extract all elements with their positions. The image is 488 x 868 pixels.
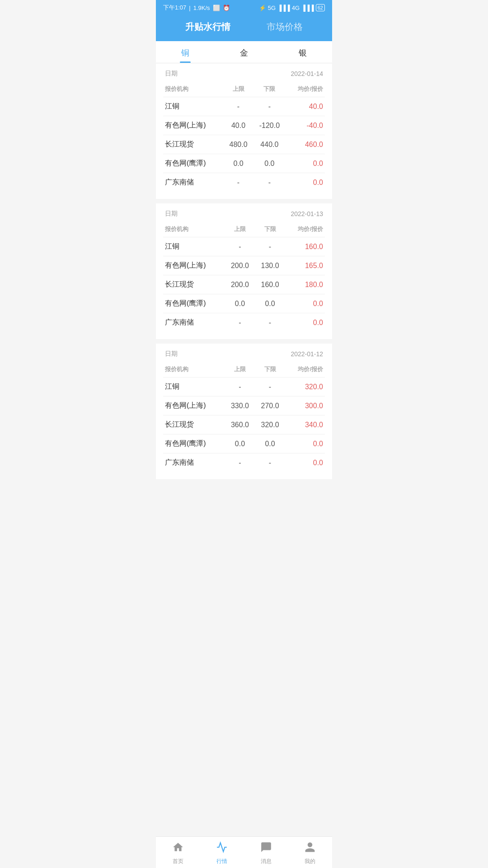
institution-1-4: 广东南储 [163, 313, 225, 332]
col-header-avgPrice-2: 均价/报价 [285, 363, 325, 377]
avg-2-4: 0.0 [285, 453, 325, 472]
battery-icon: 62 [316, 4, 325, 11]
avg-1-3: 0.0 [285, 294, 325, 313]
avg-1-4: 0.0 [285, 313, 325, 332]
date-label-2: 日期 [165, 350, 178, 358]
lower-0-3: 0.0 [253, 154, 286, 173]
table-row: 江铜--320.0 [163, 377, 325, 396]
avg-1-1: 165.0 [285, 256, 325, 275]
data-table-1: 报价机构上限下限均价/报价江铜--160.0有色网(上海)200.0130.01… [163, 222, 325, 332]
alarm-icon: ⏰ [223, 5, 230, 11]
date-section-2: 日期2022-01-12报价机构上限下限均价/报价江铜--320.0有色网(上海… [156, 344, 332, 479]
table-row: 有色网(鹰潭)0.00.00.0 [163, 294, 325, 313]
bluetooth-icon: ⚡ [259, 5, 266, 11]
institution-1-3: 有色网(鹰潭) [163, 294, 225, 313]
tab-gold[interactable]: 金 [215, 41, 273, 63]
avg-2-3: 0.0 [285, 434, 325, 453]
table-row: 有色网(上海)330.0270.0300.0 [163, 396, 325, 415]
table-row: 长江现货200.0160.0180.0 [163, 275, 325, 294]
lower-1-3: 0.0 [255, 294, 285, 313]
date-section-0: 日期2022-01-14报价机构上限下限均价/报价江铜--40.0有色网(上海)… [156, 63, 332, 199]
upper-2-1: 330.0 [225, 396, 255, 415]
time: 下午1:07 [163, 4, 186, 12]
table-row: 广东南储--0.0 [163, 173, 325, 192]
5g-label: 5G [268, 5, 276, 11]
upper-2-0: - [225, 377, 255, 396]
col-header-lowerLimit-1: 下限 [255, 222, 285, 237]
lower-1-1: 130.0 [255, 256, 285, 275]
upper-0-1: 40.0 [224, 116, 253, 135]
upper-0-3: 0.0 [224, 154, 253, 173]
institution-0-2: 长江现货 [163, 135, 224, 154]
institution-2-4: 广东南储 [163, 453, 225, 472]
upper-2-3: 0.0 [225, 434, 255, 453]
col-header-lowerLimit-2: 下限 [255, 363, 285, 377]
status-bar: 下午1:07 | 1.9K/s ⬜ ⏰ ⚡ 5G ▐▐▐ 4G ▐▐▐ 62 [156, 0, 332, 15]
lower-1-4: - [255, 313, 285, 332]
4g-label: 4G [292, 5, 300, 11]
network-speed-value: 1.9K/s [193, 5, 210, 11]
avg-0-3: 0.0 [286, 154, 325, 173]
institution-2-0: 江铜 [163, 377, 225, 396]
col-header-upperLimit-0: 上限 [224, 82, 253, 97]
lower-2-3: 0.0 [255, 434, 285, 453]
avg-2-1: 300.0 [285, 396, 325, 415]
institution-2-2: 长江现货 [163, 415, 225, 434]
table-row: 长江现货360.0320.0340.0 [163, 415, 325, 434]
date-value-0: 2022-01-14 [291, 70, 323, 77]
lower-0-4: - [253, 173, 286, 192]
upper-1-3: 0.0 [225, 294, 255, 313]
col-header-institution-1: 报价机构 [163, 222, 225, 237]
col-header-upperLimit-1: 上限 [225, 222, 255, 237]
table-row: 长江现货480.0440.0460.0 [163, 135, 325, 154]
lower-0-1: -120.0 [253, 116, 286, 135]
status-left: 下午1:07 | 1.9K/s ⬜ ⏰ [163, 4, 230, 12]
date-value-1: 2022-01-13 [291, 210, 323, 217]
institution-0-0: 江铜 [163, 97, 224, 116]
col-header-avgPrice-1: 均价/报价 [285, 222, 325, 237]
col-header-avgPrice-0: 均价/报价 [286, 82, 325, 97]
avg-1-0: 160.0 [285, 237, 325, 256]
avg-0-2: 460.0 [286, 135, 325, 154]
date-header-2: 日期2022-01-12 [156, 344, 332, 363]
upper-0-4: - [224, 173, 253, 192]
upper-1-2: 200.0 [225, 275, 255, 294]
table-row: 有色网(鹰潭)0.00.00.0 [163, 154, 325, 173]
table-row: 广东南储--0.0 [163, 313, 325, 332]
signal-icon-1: ▐▐▐ [277, 5, 290, 11]
upper-1-4: - [225, 313, 255, 332]
tab-copper[interactable]: 铜 [156, 41, 215, 63]
institution-1-1: 有色网(上海) [163, 256, 225, 275]
screen-record-icon: ⬜ [213, 5, 220, 11]
upper-1-0: - [225, 237, 255, 256]
institution-0-1: 有色网(上海) [163, 116, 224, 135]
upper-0-2: 480.0 [224, 135, 253, 154]
avg-0-0: 40.0 [286, 97, 325, 116]
table-row: 有色网(鹰潭)0.00.00.0 [163, 434, 325, 453]
tab-silver[interactable]: 银 [273, 41, 332, 63]
institution-0-4: 广东南储 [163, 173, 224, 192]
date-value-2: 2022-01-12 [291, 350, 323, 358]
avg-0-1: -40.0 [286, 116, 325, 135]
avg-1-2: 180.0 [285, 275, 325, 294]
scroll-content: 日期2022-01-14报价机构上限下限均价/报价江铜--40.0有色网(上海)… [156, 63, 332, 515]
header-tab-market[interactable]: 市场价格 [249, 21, 321, 33]
date-label-0: 日期 [165, 70, 178, 78]
data-table-0: 报价机构上限下限均价/报价江铜--40.0有色网(上海)40.0-120.0-4… [163, 82, 325, 192]
col-header-upperLimit-2: 上限 [225, 363, 255, 377]
lower-0-2: 440.0 [253, 135, 286, 154]
lower-0-0: - [253, 97, 286, 116]
col-header-lowerLimit-0: 下限 [253, 82, 286, 97]
col-header-institution-2: 报价机构 [163, 363, 225, 377]
institution-1-0: 江铜 [163, 237, 225, 256]
data-table-2: 报价机构上限下限均价/报价江铜--320.0有色网(上海)330.0270.03… [163, 363, 325, 472]
date-header-0: 日期2022-01-14 [156, 63, 332, 82]
institution-2-3: 有色网(鹰潭) [163, 434, 225, 453]
lower-2-2: 320.0 [255, 415, 285, 434]
avg-0-4: 0.0 [286, 173, 325, 192]
signal-icon-2: ▐▐▐ [301, 5, 314, 11]
status-right: ⚡ 5G ▐▐▐ 4G ▐▐▐ 62 [259, 4, 325, 11]
header-tab-premium[interactable]: 升贴水行情 [167, 21, 249, 33]
upper-0-0: - [224, 97, 253, 116]
institution-2-1: 有色网(上海) [163, 396, 225, 415]
